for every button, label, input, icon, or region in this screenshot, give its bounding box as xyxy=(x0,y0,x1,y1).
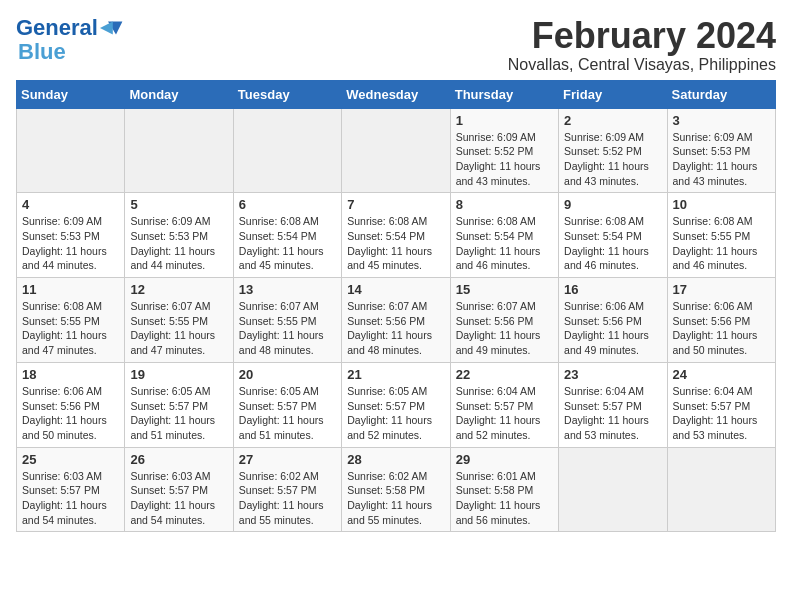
day-number: 24 xyxy=(673,367,770,382)
calendar-cell: 7Sunrise: 6:08 AM Sunset: 5:54 PM Daylig… xyxy=(342,193,450,278)
day-number: 17 xyxy=(673,282,770,297)
day-info: Sunrise: 6:09 AM Sunset: 5:53 PM Dayligh… xyxy=(673,130,770,189)
month-year: February 2024 xyxy=(508,16,776,56)
day-number: 28 xyxy=(347,452,444,467)
day-number: 4 xyxy=(22,197,119,212)
day-info: Sunrise: 6:08 AM Sunset: 5:54 PM Dayligh… xyxy=(456,214,553,273)
day-number: 12 xyxy=(130,282,227,297)
day-info: Sunrise: 6:04 AM Sunset: 5:57 PM Dayligh… xyxy=(456,384,553,443)
calendar-cell: 17Sunrise: 6:06 AM Sunset: 5:56 PM Dayli… xyxy=(667,278,775,363)
calendar-cell xyxy=(125,108,233,193)
day-info: Sunrise: 6:08 AM Sunset: 5:54 PM Dayligh… xyxy=(564,214,661,273)
calendar-cell: 10Sunrise: 6:08 AM Sunset: 5:55 PM Dayli… xyxy=(667,193,775,278)
day-info: Sunrise: 6:07 AM Sunset: 5:55 PM Dayligh… xyxy=(239,299,336,358)
day-info: Sunrise: 6:08 AM Sunset: 5:54 PM Dayligh… xyxy=(239,214,336,273)
calendar-week-row: 4Sunrise: 6:09 AM Sunset: 5:53 PM Daylig… xyxy=(17,193,776,278)
logo-blue-text: Blue xyxy=(18,39,66,64)
calendar-cell: 22Sunrise: 6:04 AM Sunset: 5:57 PM Dayli… xyxy=(450,362,558,447)
day-number: 29 xyxy=(456,452,553,467)
weekday-header-row: SundayMondayTuesdayWednesdayThursdayFrid… xyxy=(17,80,776,108)
title-area: February 2024 Novallas, Central Visayas,… xyxy=(508,16,776,74)
weekday-header-wednesday: Wednesday xyxy=(342,80,450,108)
calendar-cell: 4Sunrise: 6:09 AM Sunset: 5:53 PM Daylig… xyxy=(17,193,125,278)
day-number: 26 xyxy=(130,452,227,467)
calendar-cell: 20Sunrise: 6:05 AM Sunset: 5:57 PM Dayli… xyxy=(233,362,341,447)
calendar-week-row: 1Sunrise: 6:09 AM Sunset: 5:52 PM Daylig… xyxy=(17,108,776,193)
day-info: Sunrise: 6:09 AM Sunset: 5:52 PM Dayligh… xyxy=(456,130,553,189)
day-info: Sunrise: 6:08 AM Sunset: 5:55 PM Dayligh… xyxy=(22,299,119,358)
day-number: 20 xyxy=(239,367,336,382)
day-info: Sunrise: 6:02 AM Sunset: 5:58 PM Dayligh… xyxy=(347,469,444,528)
day-info: Sunrise: 6:05 AM Sunset: 5:57 PM Dayligh… xyxy=(347,384,444,443)
calendar-cell xyxy=(17,108,125,193)
header: General Blue February 2024 Novallas, Cen… xyxy=(16,16,776,74)
calendar-cell: 25Sunrise: 6:03 AM Sunset: 5:57 PM Dayli… xyxy=(17,447,125,532)
day-info: Sunrise: 6:08 AM Sunset: 5:54 PM Dayligh… xyxy=(347,214,444,273)
calendar-cell: 16Sunrise: 6:06 AM Sunset: 5:56 PM Dayli… xyxy=(559,278,667,363)
day-info: Sunrise: 6:08 AM Sunset: 5:55 PM Dayligh… xyxy=(673,214,770,273)
day-info: Sunrise: 6:07 AM Sunset: 5:56 PM Dayligh… xyxy=(347,299,444,358)
day-number: 21 xyxy=(347,367,444,382)
weekday-header-saturday: Saturday xyxy=(667,80,775,108)
weekday-header-sunday: Sunday xyxy=(17,80,125,108)
calendar-cell: 19Sunrise: 6:05 AM Sunset: 5:57 PM Dayli… xyxy=(125,362,233,447)
calendar-cell xyxy=(342,108,450,193)
calendar-cell: 29Sunrise: 6:01 AM Sunset: 5:58 PM Dayli… xyxy=(450,447,558,532)
day-number: 8 xyxy=(456,197,553,212)
calendar-table: SundayMondayTuesdayWednesdayThursdayFrid… xyxy=(16,80,776,533)
day-number: 15 xyxy=(456,282,553,297)
calendar-week-row: 18Sunrise: 6:06 AM Sunset: 5:56 PM Dayli… xyxy=(17,362,776,447)
day-number: 2 xyxy=(564,113,661,128)
day-number: 25 xyxy=(22,452,119,467)
day-number: 19 xyxy=(130,367,227,382)
day-number: 14 xyxy=(347,282,444,297)
day-info: Sunrise: 6:05 AM Sunset: 5:57 PM Dayligh… xyxy=(239,384,336,443)
weekday-header-friday: Friday xyxy=(559,80,667,108)
location: Novallas, Central Visayas, Philippines xyxy=(508,56,776,74)
day-info: Sunrise: 6:06 AM Sunset: 5:56 PM Dayligh… xyxy=(564,299,661,358)
calendar-cell: 11Sunrise: 6:08 AM Sunset: 5:55 PM Dayli… xyxy=(17,278,125,363)
day-number: 10 xyxy=(673,197,770,212)
calendar-week-row: 25Sunrise: 6:03 AM Sunset: 5:57 PM Dayli… xyxy=(17,447,776,532)
day-number: 18 xyxy=(22,367,119,382)
calendar-cell: 13Sunrise: 6:07 AM Sunset: 5:55 PM Dayli… xyxy=(233,278,341,363)
calendar-cell: 5Sunrise: 6:09 AM Sunset: 5:53 PM Daylig… xyxy=(125,193,233,278)
calendar-cell: 12Sunrise: 6:07 AM Sunset: 5:55 PM Dayli… xyxy=(125,278,233,363)
day-info: Sunrise: 6:02 AM Sunset: 5:57 PM Dayligh… xyxy=(239,469,336,528)
day-info: Sunrise: 6:04 AM Sunset: 5:57 PM Dayligh… xyxy=(564,384,661,443)
calendar-cell: 9Sunrise: 6:08 AM Sunset: 5:54 PM Daylig… xyxy=(559,193,667,278)
calendar-cell: 18Sunrise: 6:06 AM Sunset: 5:56 PM Dayli… xyxy=(17,362,125,447)
day-info: Sunrise: 6:09 AM Sunset: 5:53 PM Dayligh… xyxy=(130,214,227,273)
day-info: Sunrise: 6:07 AM Sunset: 5:56 PM Dayligh… xyxy=(456,299,553,358)
logo-text: General xyxy=(16,16,98,40)
day-info: Sunrise: 6:09 AM Sunset: 5:52 PM Dayligh… xyxy=(564,130,661,189)
day-info: Sunrise: 6:01 AM Sunset: 5:58 PM Dayligh… xyxy=(456,469,553,528)
calendar-week-row: 11Sunrise: 6:08 AM Sunset: 5:55 PM Dayli… xyxy=(17,278,776,363)
day-number: 16 xyxy=(564,282,661,297)
day-number: 11 xyxy=(22,282,119,297)
day-info: Sunrise: 6:03 AM Sunset: 5:57 PM Dayligh… xyxy=(130,469,227,528)
weekday-header-monday: Monday xyxy=(125,80,233,108)
calendar-cell: 1Sunrise: 6:09 AM Sunset: 5:52 PM Daylig… xyxy=(450,108,558,193)
svg-marker-1 xyxy=(100,22,113,35)
day-info: Sunrise: 6:04 AM Sunset: 5:57 PM Dayligh… xyxy=(673,384,770,443)
day-info: Sunrise: 6:07 AM Sunset: 5:55 PM Dayligh… xyxy=(130,299,227,358)
day-number: 1 xyxy=(456,113,553,128)
day-info: Sunrise: 6:06 AM Sunset: 5:56 PM Dayligh… xyxy=(673,299,770,358)
calendar-cell: 26Sunrise: 6:03 AM Sunset: 5:57 PM Dayli… xyxy=(125,447,233,532)
day-number: 9 xyxy=(564,197,661,212)
weekday-header-thursday: Thursday xyxy=(450,80,558,108)
weekday-header-tuesday: Tuesday xyxy=(233,80,341,108)
day-number: 5 xyxy=(130,197,227,212)
day-info: Sunrise: 6:09 AM Sunset: 5:53 PM Dayligh… xyxy=(22,214,119,273)
calendar-cell: 23Sunrise: 6:04 AM Sunset: 5:57 PM Dayli… xyxy=(559,362,667,447)
day-number: 27 xyxy=(239,452,336,467)
calendar-cell: 8Sunrise: 6:08 AM Sunset: 5:54 PM Daylig… xyxy=(450,193,558,278)
calendar-cell xyxy=(233,108,341,193)
calendar-cell xyxy=(559,447,667,532)
day-info: Sunrise: 6:03 AM Sunset: 5:57 PM Dayligh… xyxy=(22,469,119,528)
day-number: 13 xyxy=(239,282,336,297)
calendar-cell xyxy=(667,447,775,532)
calendar-cell: 6Sunrise: 6:08 AM Sunset: 5:54 PM Daylig… xyxy=(233,193,341,278)
calendar-cell: 28Sunrise: 6:02 AM Sunset: 5:58 PM Dayli… xyxy=(342,447,450,532)
